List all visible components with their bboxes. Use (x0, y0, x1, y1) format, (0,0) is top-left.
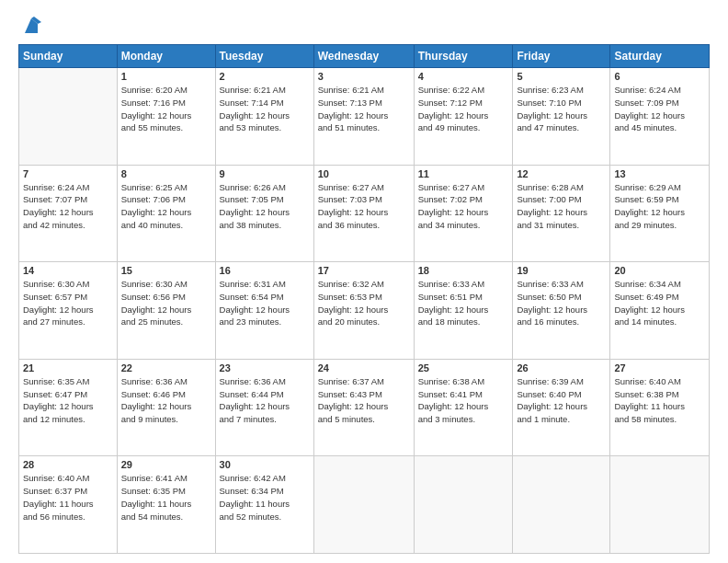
day-info: Sunrise: 6:36 AMSunset: 6:44 PMDaylight:… (220, 375, 310, 426)
day-info: Sunrise: 6:42 AMSunset: 6:34 PMDaylight:… (220, 472, 310, 523)
day-info: Sunrise: 6:22 AMSunset: 7:12 PMDaylight:… (418, 84, 509, 134)
table-row: 20Sunrise: 6:34 AMSunset: 6:49 PMDayligh… (610, 262, 710, 360)
day-number: 3 (318, 71, 410, 82)
day-info: Sunrise: 6:32 AMSunset: 6:53 PMDaylight:… (318, 278, 410, 328)
table-row: 3Sunrise: 6:21 AMSunset: 7:13 PMDaylight… (313, 68, 414, 166)
table-row: 27Sunrise: 6:40 AMSunset: 6:38 PMDayligh… (610, 359, 710, 456)
day-info: Sunrise: 6:26 AMSunset: 7:05 PMDaylight:… (220, 181, 310, 232)
header-thursday: Thursday (414, 45, 513, 68)
day-number: 12 (517, 168, 606, 179)
table-row: 29Sunrise: 6:41 AMSunset: 6:35 PMDayligh… (117, 456, 215, 554)
day-info: Sunrise: 6:31 AMSunset: 6:54 PMDaylight:… (220, 278, 310, 328)
table-row: 10Sunrise: 6:27 AMSunset: 7:03 PMDayligh… (313, 165, 414, 262)
day-number: 4 (418, 71, 509, 82)
calendar-week-row: 28Sunrise: 6:40 AMSunset: 6:37 PMDayligh… (19, 456, 710, 554)
day-number: 11 (418, 168, 509, 179)
day-number: 20 (614, 265, 705, 276)
table-row: 5Sunrise: 6:23 AMSunset: 7:10 PMDaylight… (513, 68, 610, 166)
header-friday: Friday (513, 45, 610, 68)
table-row: 1Sunrise: 6:20 AMSunset: 7:16 PMDaylight… (117, 68, 215, 166)
day-info: Sunrise: 6:40 AMSunset: 6:37 PMDaylight:… (23, 472, 113, 523)
table-row: 19Sunrise: 6:33 AMSunset: 6:50 PMDayligh… (513, 262, 610, 360)
day-number: 10 (318, 168, 410, 179)
day-number: 9 (220, 168, 310, 179)
day-number: 1 (121, 71, 211, 82)
calendar-week-row: 21Sunrise: 6:35 AMSunset: 6:47 PMDayligh… (19, 359, 710, 456)
header-monday: Monday (117, 45, 215, 68)
table-row: 25Sunrise: 6:38 AMSunset: 6:41 PMDayligh… (414, 359, 513, 456)
day-number: 15 (121, 265, 211, 276)
table-row (313, 456, 414, 554)
table-row (19, 68, 118, 166)
day-info: Sunrise: 6:21 AMSunset: 7:13 PMDaylight:… (318, 84, 410, 134)
calendar-week-row: 1Sunrise: 6:20 AMSunset: 7:16 PMDaylight… (19, 68, 710, 166)
day-info: Sunrise: 6:38 AMSunset: 6:41 PMDaylight:… (418, 375, 509, 426)
day-number: 16 (220, 265, 310, 276)
table-row: 7Sunrise: 6:24 AMSunset: 7:07 PMDaylight… (19, 165, 118, 262)
day-info: Sunrise: 6:27 AMSunset: 7:02 PMDaylight:… (418, 181, 509, 232)
day-number: 18 (418, 265, 509, 276)
day-info: Sunrise: 6:23 AMSunset: 7:10 PMDaylight:… (517, 84, 606, 134)
day-number: 25 (418, 362, 509, 373)
day-info: Sunrise: 6:37 AMSunset: 6:43 PMDaylight:… (318, 375, 410, 426)
day-info: Sunrise: 6:39 AMSunset: 6:40 PMDaylight:… (517, 375, 606, 426)
header-wednesday: Wednesday (313, 45, 414, 68)
table-row: 23Sunrise: 6:36 AMSunset: 6:44 PMDayligh… (215, 359, 313, 456)
table-row (513, 456, 610, 554)
table-row: 28Sunrise: 6:40 AMSunset: 6:37 PMDayligh… (19, 456, 118, 554)
table-row: 2Sunrise: 6:21 AMSunset: 7:14 PMDaylight… (215, 68, 313, 166)
day-number: 6 (614, 71, 705, 82)
header-sunday: Sunday (19, 45, 118, 68)
day-info: Sunrise: 6:35 AMSunset: 6:47 PMDaylight:… (23, 375, 113, 426)
day-number: 27 (614, 362, 705, 373)
day-number: 22 (121, 362, 211, 373)
day-number: 13 (614, 168, 705, 179)
table-row: 17Sunrise: 6:32 AMSunset: 6:53 PMDayligh… (313, 262, 414, 360)
day-info: Sunrise: 6:29 AMSunset: 6:59 PMDaylight:… (614, 181, 705, 232)
table-row: 4Sunrise: 6:22 AMSunset: 7:12 PMDaylight… (414, 68, 513, 166)
logo-icon (21, 17, 41, 37)
table-row: 14Sunrise: 6:30 AMSunset: 6:57 PMDayligh… (19, 262, 118, 360)
logo (18, 17, 41, 37)
day-info: Sunrise: 6:24 AMSunset: 7:09 PMDaylight:… (614, 84, 705, 134)
day-info: Sunrise: 6:27 AMSunset: 7:03 PMDaylight:… (318, 181, 410, 232)
table-row: 24Sunrise: 6:37 AMSunset: 6:43 PMDayligh… (313, 359, 414, 456)
day-info: Sunrise: 6:33 AMSunset: 6:50 PMDaylight:… (517, 278, 606, 328)
day-info: Sunrise: 6:30 AMSunset: 6:56 PMDaylight:… (121, 278, 211, 328)
table-row: 11Sunrise: 6:27 AMSunset: 7:02 PMDayligh… (414, 165, 513, 262)
calendar-table: Sunday Monday Tuesday Wednesday Thursday… (18, 44, 710, 554)
day-number: 7 (23, 168, 113, 179)
table-row: 26Sunrise: 6:39 AMSunset: 6:40 PMDayligh… (513, 359, 610, 456)
day-info: Sunrise: 6:20 AMSunset: 7:16 PMDaylight:… (121, 84, 211, 134)
table-row (414, 456, 513, 554)
day-info: Sunrise: 6:34 AMSunset: 6:49 PMDaylight:… (614, 278, 705, 328)
table-row: 12Sunrise: 6:28 AMSunset: 7:00 PMDayligh… (513, 165, 610, 262)
table-row (610, 456, 710, 554)
day-number: 24 (318, 362, 410, 373)
day-number: 19 (517, 265, 606, 276)
day-number: 26 (517, 362, 606, 373)
calendar-header-row: Sunday Monday Tuesday Wednesday Thursday… (19, 45, 710, 68)
day-number: 17 (318, 265, 410, 276)
day-number: 29 (121, 459, 211, 470)
header-saturday: Saturday (610, 45, 710, 68)
day-number: 30 (220, 459, 310, 470)
day-info: Sunrise: 6:28 AMSunset: 7:00 PMDaylight:… (517, 181, 606, 232)
table-row: 8Sunrise: 6:25 AMSunset: 7:06 PMDaylight… (117, 165, 215, 262)
day-number: 21 (23, 362, 113, 373)
day-info: Sunrise: 6:41 AMSunset: 6:35 PMDaylight:… (121, 472, 211, 523)
table-row: 18Sunrise: 6:33 AMSunset: 6:51 PMDayligh… (414, 262, 513, 360)
day-number: 23 (220, 362, 310, 373)
table-row: 13Sunrise: 6:29 AMSunset: 6:59 PMDayligh… (610, 165, 710, 262)
table-row: 22Sunrise: 6:36 AMSunset: 6:46 PMDayligh… (117, 359, 215, 456)
day-number: 8 (121, 168, 211, 179)
day-info: Sunrise: 6:33 AMSunset: 6:51 PMDaylight:… (418, 278, 509, 328)
day-info: Sunrise: 6:30 AMSunset: 6:57 PMDaylight:… (23, 278, 113, 328)
calendar-week-row: 14Sunrise: 6:30 AMSunset: 6:57 PMDayligh… (19, 262, 710, 360)
day-number: 28 (23, 459, 113, 470)
day-number: 14 (23, 265, 113, 276)
header-tuesday: Tuesday (215, 45, 313, 68)
day-info: Sunrise: 6:36 AMSunset: 6:46 PMDaylight:… (121, 375, 211, 426)
day-number: 2 (220, 71, 310, 82)
calendar-week-row: 7Sunrise: 6:24 AMSunset: 7:07 PMDaylight… (19, 165, 710, 262)
